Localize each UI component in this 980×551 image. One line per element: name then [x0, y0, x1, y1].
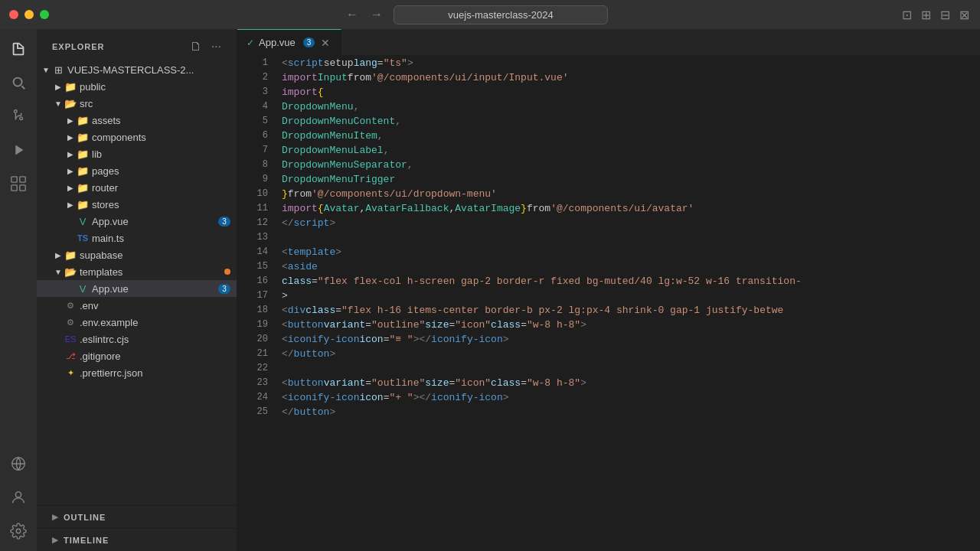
code-line: <button variant="outline" size="icon" cl…: [276, 376, 980, 390]
git-icon: ⎇: [64, 350, 77, 362]
new-file-icon[interactable]: 🗋: [187, 38, 205, 55]
components-folder-icon: 📁: [77, 131, 89, 143]
templates-appvue-label: App.vue: [92, 283, 129, 295]
sidebar-item-components[interactable]: ▶ 📁 components: [37, 129, 237, 145]
line-number: 25: [237, 405, 276, 419]
sidebar-item-stores[interactable]: ▶ 📁 stores: [37, 196, 237, 213]
editor-content[interactable]: 1234567891011121314151617181920212223242…: [237, 56, 980, 551]
sidebar-item-gitignore[interactable]: ▶ ⎇ .gitignore: [37, 347, 237, 364]
layout-icon[interactable]: ⊡: [900, 6, 913, 24]
main-layout: EXPLORER 🗋 ··· ▼ ⊞ VUEJS-MASTERCLASS-2..…: [0, 29, 980, 551]
more-actions-icon[interactable]: ···: [208, 38, 224, 55]
sidebar-item-assets[interactable]: ▶ 📁 assets: [37, 112, 237, 129]
code-line: [276, 361, 980, 376]
env-example-icon: ⚙: [64, 316, 77, 328]
appvue-src-label: App.vue: [92, 216, 129, 227]
code-line: DropdownMenuLabel,: [276, 143, 980, 158]
split-editor-icon[interactable]: ⊞: [920, 6, 933, 24]
line-number: 19: [237, 318, 276, 332]
outline-arrow: ▶: [52, 513, 59, 521]
code-line: <script setup lang="ts">: [276, 56, 980, 70]
line-number: 13: [237, 230, 276, 245]
sidebar-item-eslint[interactable]: ▶ ES .eslintrc.cjs: [37, 331, 237, 347]
code-editor[interactable]: <script setup lang="ts">import Input fro…: [276, 56, 980, 551]
supabase-folder-icon: 📁: [64, 249, 77, 261]
line-number: 4: [237, 99, 276, 114]
sidebar-item-templates[interactable]: ▼ 📂 templates: [37, 263, 237, 280]
sidebar-header-actions: 🗋 ···: [187, 38, 224, 55]
timeline-label: TIMELINE: [64, 536, 109, 545]
src-label: src: [80, 98, 93, 109]
templates-appvue-badge: 3: [218, 284, 230, 294]
search-bar[interactable]: vuejs-masterclass-2024: [394, 5, 608, 24]
extensions-icon[interactable]: [5, 170, 32, 197]
sidebar-item-app-vue-src[interactable]: ▶ V App.vue 3: [37, 213, 237, 230]
timeline-panel[interactable]: ▶ TIMELINE: [37, 528, 237, 551]
pages-label: pages: [92, 165, 119, 177]
line-number: 6: [237, 129, 276, 143]
sidebar-item-lib[interactable]: ▶ 📁 lib: [37, 145, 237, 162]
stores-label: stores: [92, 199, 119, 210]
code-line: <iconify-icon icon="≡ "></iconify-icon>: [276, 332, 980, 347]
svg-point-6: [16, 529, 21, 533]
src-folder-icon: 📂: [64, 97, 77, 109]
line-number: 23: [237, 376, 276, 390]
tab-close-button[interactable]: ✕: [319, 37, 332, 49]
tree-root[interactable]: ▼ ⊞ VUEJS-MASTERCLASS-2...: [37, 61, 237, 78]
templates-appvue-icon: V: [77, 282, 89, 295]
src-arrow: ▼: [52, 97, 64, 109]
settings-icon[interactable]: [5, 517, 32, 545]
run-debug-icon[interactable]: [5, 136, 32, 164]
minimize-button[interactable]: [24, 10, 34, 19]
stores-arrow: ▶: [64, 198, 77, 210]
code-line: DropdownMenuContent,: [276, 114, 980, 129]
panel-layout-icon[interactable]: ⊟: [939, 6, 952, 24]
svg-rect-3: [20, 185, 25, 191]
customize-layout-icon[interactable]: ⊠: [958, 6, 971, 24]
components-label: components: [92, 132, 146, 143]
close-button[interactable]: [9, 10, 18, 19]
env-icon: ⚙: [64, 299, 77, 311]
code-line: </script>: [276, 216, 980, 230]
sidebar-item-env[interactable]: ▶ ⚙ .env: [37, 297, 237, 314]
svg-rect-1: [20, 177, 25, 182]
code-line: <aside: [276, 259, 980, 274]
maximize-button[interactable]: [40, 10, 49, 19]
sidebar-item-main-ts[interactable]: ▶ TS main.ts: [37, 230, 237, 246]
assets-label: assets: [92, 115, 121, 126]
svg-rect-2: [11, 185, 17, 191]
code-line: DropdownMenuTrigger: [276, 172, 980, 187]
sidebar-item-supabase[interactable]: ▶ 📁 supabase: [37, 246, 237, 263]
sidebar-item-pages[interactable]: ▶ 📁 pages: [37, 162, 237, 179]
accounts-icon[interactable]: [5, 484, 32, 511]
line-number: 20: [237, 332, 276, 347]
sidebar-item-app-vue-templates[interactable]: ▶ V App.vue 3: [37, 280, 237, 297]
tab-label: App.vue: [259, 37, 296, 48]
pages-folder-icon: 📁: [77, 165, 89, 177]
forward-button[interactable]: →: [366, 6, 387, 23]
sidebar-header: EXPLORER 🗋 ···: [37, 29, 237, 61]
line-number: 14: [237, 245, 276, 259]
sidebar-item-public[interactable]: ▶ 📁 public: [37, 78, 237, 95]
line-numbers: 1234567891011121314151617181920212223242…: [237, 56, 276, 551]
remote-icon[interactable]: [5, 450, 32, 478]
source-control-icon[interactable]: [5, 103, 32, 130]
outline-panel[interactable]: ▶ OUTLINE: [37, 505, 237, 528]
sidebar-item-prettier[interactable]: ▶ ✦ .prettierrc.json: [37, 364, 237, 381]
code-line: <iconify-icon icon="+ "></iconify-icon>: [276, 390, 980, 405]
gitignore-label: .gitignore: [80, 350, 120, 362]
sidebar-item-src[interactable]: ▼ 📂 src: [37, 95, 237, 112]
line-number: 17: [237, 289, 276, 303]
tab-app-vue[interactable]: ✓ App.vue 3 ✕: [237, 29, 341, 55]
sidebar-item-env-example[interactable]: ▶ ⚙ .env.example: [37, 314, 237, 331]
titlebar-right-actions: ⊡ ⊞ ⊟ ⊠: [900, 6, 971, 24]
line-number: 5: [237, 114, 276, 129]
sidebar-item-router[interactable]: ▶ 📁 router: [37, 179, 237, 196]
svg-point-5: [15, 492, 21, 497]
code-line: import { Avatar, AvatarFallback, AvatarI…: [276, 201, 980, 216]
tab-badge: 3: [303, 37, 315, 47]
public-folder-icon: 📁: [64, 80, 77, 93]
explorer-icon[interactable]: [5, 35, 32, 63]
search-icon[interactable]: [5, 69, 32, 96]
back-button[interactable]: ←: [341, 6, 363, 23]
